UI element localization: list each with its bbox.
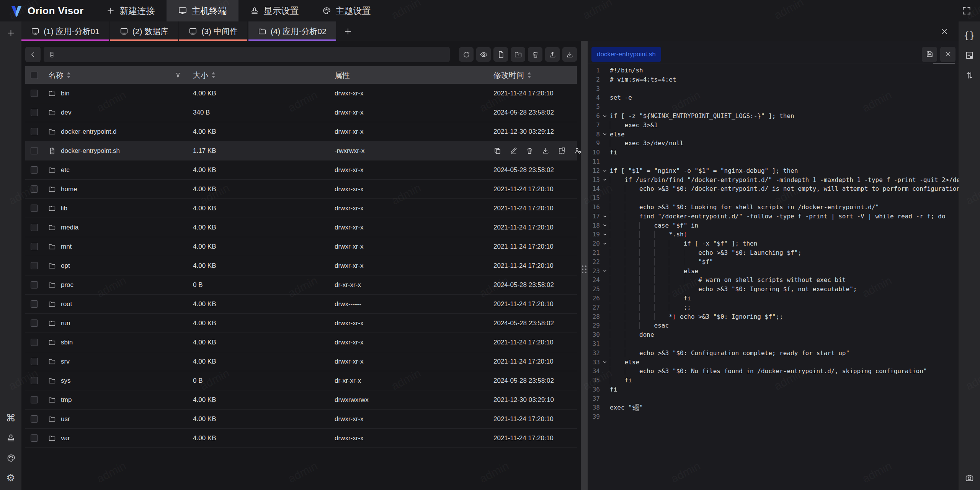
nav-item-0[interactable]: 新建连接 (95, 0, 167, 21)
fold-chevron-icon[interactable] (600, 166, 610, 175)
column-header-size[interactable]: 大小 (193, 70, 208, 80)
file-tree-icon[interactable] (48, 51, 56, 58)
code-area[interactable]: 1#!/bin/sh 2# vim:sw=4:ts=4:et 3 4set -e… (588, 64, 959, 490)
sidebar-plus-button[interactable] (3, 25, 18, 41)
palette-icon[interactable] (3, 450, 18, 465)
session-tab-0[interactable]: (1) 应用-分析01 (21, 21, 109, 41)
fold-chevron-icon[interactable] (600, 358, 610, 367)
row-mtime: 2021-11-24 17:20:10 (493, 415, 577, 423)
row-checkbox[interactable] (31, 90, 38, 97)
editor-file-tab[interactable]: docker-entrypoint.sh (591, 47, 661, 62)
refresh-button[interactable] (459, 47, 474, 62)
row-name: var (61, 434, 70, 442)
table-row-root[interactable]: root 4.00 KB drwx------ 2021-11-24 17:20… (25, 295, 577, 314)
row-checkbox[interactable] (31, 377, 38, 384)
gear-icon[interactable]: ⚙ (3, 470, 18, 485)
row-checkbox[interactable] (31, 415, 38, 423)
save-button[interactable] (922, 47, 937, 62)
row-checkbox[interactable] (31, 243, 38, 250)
edit-icon[interactable] (510, 147, 518, 155)
sort-carets-mtime[interactable] (527, 72, 531, 78)
session-tab-3[interactable]: (4) 应用-分析02 (248, 21, 336, 41)
fold-chevron-icon[interactable] (600, 267, 610, 276)
table-row-dev[interactable]: dev 340 B drwxr-xr-x 2024-05-28 23:58:02 (25, 103, 577, 122)
row-checkbox[interactable] (31, 109, 38, 116)
table-row-bin[interactable]: bin 4.00 KB drwxr-xr-x 2021-11-24 17:20:… (25, 84, 577, 103)
fold-chevron-icon[interactable] (600, 111, 610, 121)
table-row-lib[interactable]: lib 4.00 KB drwxr-xr-x 2021-11-24 17:20:… (25, 199, 577, 218)
session-tab-1[interactable]: (2) 数据库 (110, 21, 178, 41)
table-row-media[interactable]: media 4.00 KB drwxr-xr-x 2021-11-24 17:2… (25, 218, 577, 237)
table-row-usr[interactable]: usr 4.00 KB drwxr-xr-x 2021-11-24 17:20:… (25, 410, 577, 429)
sort-carets-name[interactable] (67, 72, 71, 78)
file-bookmark-icon[interactable] (962, 48, 977, 63)
row-checkbox[interactable] (31, 128, 38, 135)
fold-chevron-icon[interactable] (600, 239, 610, 248)
table-row-home[interactable]: home 4.00 KB drwxr-xr-x 2021-11-24 17:20… (25, 180, 577, 199)
row-checkbox[interactable] (31, 300, 38, 308)
fold-chevron-icon[interactable] (600, 221, 610, 230)
trash-button[interactable] (528, 47, 542, 62)
table-row-opt[interactable]: opt 4.00 KB drwxr-xr-x 2021-11-24 17:20:… (25, 256, 577, 275)
table-row-var[interactable]: var 4.00 KB drwxr-xr-x 2021-11-24 17:20:… (25, 429, 577, 448)
download-icon[interactable] (542, 147, 550, 155)
new-file-button[interactable] (493, 47, 508, 62)
table-row-sys[interactable]: sys 0 B dr-xr-xr-x 2024-05-28 23:58:02 (25, 371, 577, 390)
row-checkbox[interactable] (31, 147, 38, 154)
braces-icon[interactable]: {} (962, 28, 977, 43)
fold-chevron-icon[interactable] (600, 130, 610, 139)
fold-chevron-icon[interactable] (600, 230, 610, 239)
row-checkbox[interactable] (31, 396, 38, 403)
upload-button[interactable] (545, 47, 560, 62)
close-all-tabs-button[interactable] (937, 24, 952, 39)
row-checkbox[interactable] (31, 166, 38, 174)
download-button[interactable] (562, 47, 577, 62)
table-row-docker-entrypoint.sh[interactable]: docker-entrypoint.sh 1.17 KB -rwxrwxr-x (25, 141, 577, 161)
new-tab-button[interactable] (337, 21, 359, 41)
move-icon[interactable] (558, 147, 566, 155)
eye-button[interactable] (476, 47, 491, 62)
row-checkbox[interactable] (31, 205, 38, 212)
stamp-icon[interactable] (3, 430, 18, 446)
trash-icon[interactable] (526, 147, 534, 155)
session-tab-2[interactable]: (3) 中间件 (179, 21, 247, 41)
row-checkbox[interactable] (31, 358, 38, 365)
fold-chevron-icon[interactable] (600, 212, 610, 221)
nav-item-2[interactable]: 显示设置 (238, 0, 310, 21)
row-checkbox[interactable] (31, 262, 38, 269)
row-checkbox[interactable] (31, 320, 38, 327)
swap-vertical-icon[interactable] (962, 67, 977, 83)
row-checkbox[interactable] (31, 339, 38, 346)
table-row-etc[interactable]: etc 4.00 KB drwxr-xr-x 2024-05-28 23:58:… (25, 161, 577, 180)
row-checkbox[interactable] (31, 224, 38, 231)
fullscreen-button[interactable] (959, 3, 974, 18)
table-row-srv[interactable]: srv 4.00 KB drwxr-xr-x 2021-11-24 17:20:… (25, 352, 577, 371)
row-checkbox[interactable] (31, 185, 38, 193)
filter-funnel-icon[interactable] (175, 72, 181, 79)
brand-name: Orion Visor (28, 5, 84, 17)
editor-close-button[interactable] (940, 47, 956, 62)
path-input[interactable] (59, 50, 445, 59)
panel-resize-handle[interactable] (581, 41, 588, 490)
table-row-docker-entrypoint.d[interactable]: docker-entrypoint.d 4.00 KB drwxr-xr-x 2… (25, 122, 577, 141)
table-row-tmp[interactable]: tmp 4.00 KB drwxrwxrwx 2021-12-30 03:29:… (25, 390, 577, 410)
row-checkbox[interactable] (31, 434, 38, 442)
copy-icon[interactable] (493, 147, 501, 155)
column-header-mtime[interactable]: 修改时间 (493, 70, 524, 80)
sort-carets-size[interactable] (211, 72, 216, 78)
editor-hscrollbar-thumb[interactable] (933, 63, 955, 64)
select-all-checkbox[interactable] (31, 72, 38, 79)
table-row-mnt[interactable]: mnt 4.00 KB drwxr-xr-x 2021-11-24 17:20:… (25, 237, 577, 256)
row-checkbox[interactable] (31, 281, 38, 288)
command-icon[interactable]: ⌘ (3, 410, 18, 426)
nav-item-1[interactable]: 主机终端 (167, 0, 238, 21)
column-header-name[interactable]: 名称 (48, 70, 64, 80)
table-row-run[interactable]: run 4.00 KB drwxr-xr-x 2024-05-28 23:58:… (25, 314, 577, 333)
table-row-proc[interactable]: proc 0 B dr-xr-xr-x 2024-05-28 23:58:02 (25, 275, 577, 295)
camera-icon[interactable] (962, 470, 977, 485)
nav-item-3[interactable]: 主题设置 (310, 0, 382, 21)
table-row-sbin[interactable]: sbin 4.00 KB drwxr-xr-x 2021-11-24 17:20… (25, 333, 577, 352)
new-folder-button[interactable] (511, 47, 525, 62)
fold-chevron-icon[interactable] (600, 175, 610, 185)
back-button[interactable] (25, 47, 41, 62)
